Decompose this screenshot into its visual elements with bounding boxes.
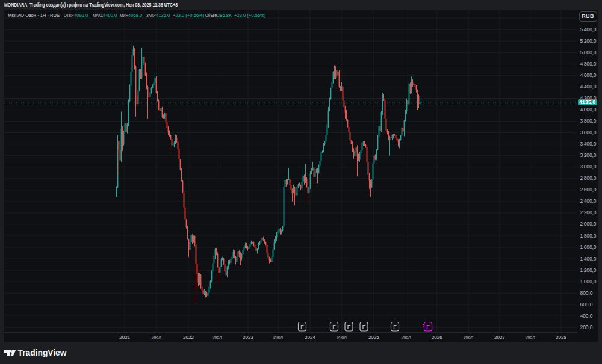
svg-text:E: E: [393, 324, 397, 330]
svg-text:E: E: [347, 324, 351, 330]
svg-text:TradingView: TradingView: [18, 348, 67, 357]
svg-text:E: E: [332, 324, 336, 330]
svg-text:E: E: [362, 324, 366, 330]
svg-text:E: E: [426, 324, 430, 330]
svg-text:E: E: [300, 324, 304, 330]
